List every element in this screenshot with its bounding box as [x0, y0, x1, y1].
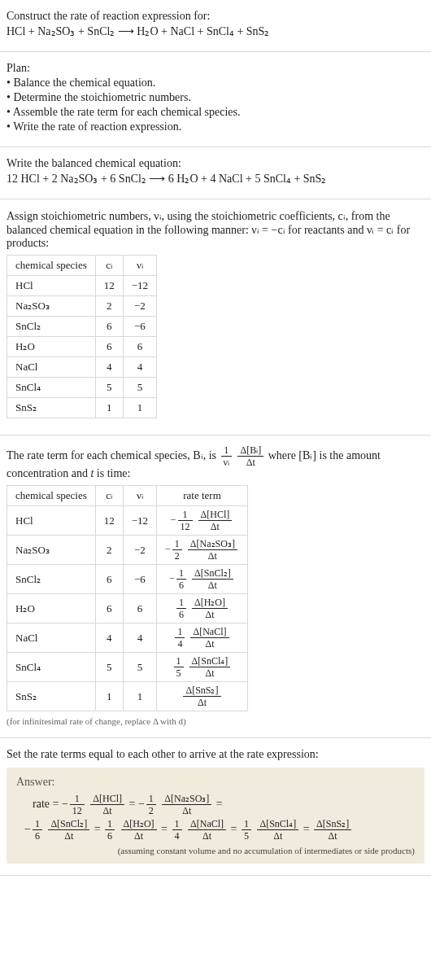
stoich-table: chemical species cᵢ νᵢ HCl12−12 Na₂SO₃2−… — [7, 255, 157, 418]
rate-term-intro: The rate term for each chemical species,… — [7, 445, 424, 480]
rate-expression-line-2: −16 Δ[SnCl₂]Δt = 16 Δ[H₂O]Δt = 14 Δ[NaCl… — [16, 819, 415, 841]
rate-term-table: chemical species cᵢ νᵢ rate term HCl12−1… — [7, 485, 248, 711]
rate-expression-line-1: rate = −112 Δ[HCl]Δt = −12 Δ[Na₂SO₃]Δt = — [16, 794, 415, 816]
table-row: Na₂SO₃2−2 −12 Δ[Na₂SO₃]Δt — [7, 536, 248, 565]
plan-section: Plan: • Balance the chemical equation. •… — [0, 52, 431, 147]
table-row: H₂O66 16 Δ[H₂O]Δt — [7, 594, 248, 623]
table-row: SnCl₂6−6 −16 Δ[SnCl₂]Δt — [7, 565, 248, 594]
table-row: SnCl₂6−6 — [7, 317, 157, 337]
table-row: Na₂SO₃2−2 — [7, 296, 157, 317]
col-nui: νᵢ — [123, 486, 156, 506]
table-header-row: chemical species cᵢ νᵢ rate term — [7, 486, 248, 506]
table-row: NaCl44 — [7, 357, 157, 378]
prompt-line-1: Construct the rate of reaction expressio… — [7, 10, 424, 23]
balanced-equation: 12 HCl + 2 Na₂SO₃ + 6 SnCl₂ ⟶ 6 H₂O + 4 … — [7, 172, 424, 186]
final-section: Set the rate terms equal to each other t… — [0, 738, 431, 876]
table-header-row: chemical species cᵢ νᵢ — [7, 256, 157, 276]
stoich-intro: Assign stoichiometric numbers, νᵢ, using… — [7, 209, 424, 250]
table-row: HCl12−12 −112 Δ[HCl]Δt — [7, 506, 248, 536]
table-row: H₂O66 — [7, 337, 157, 357]
table-row: SnS₂11 — [7, 398, 157, 418]
balanced-title: Write the balanced chemical equation: — [7, 157, 424, 170]
balanced-section: Write the balanced chemical equation: 12… — [0, 147, 431, 199]
table-row: SnCl₄55 15 Δ[SnCl₄]Δt — [7, 653, 248, 682]
answer-box: Answer: rate = −112 Δ[HCl]Δt = −12 Δ[Na₂… — [7, 768, 424, 864]
plan-bullet-3: • Assemble the rate term for each chemic… — [7, 106, 424, 119]
unbalanced-equation: HCl + Na₂SO₃ + SnCl₂ ⟶ H₂O + NaCl + SnCl… — [7, 24, 424, 38]
delta-footnote: (for infinitesimal rate of change, repla… — [7, 716, 424, 726]
col-ci: cᵢ — [95, 486, 123, 506]
plan-bullet-4: • Write the rate of reaction expression. — [7, 120, 424, 133]
col-nui: νᵢ — [123, 256, 156, 276]
table-row: SnCl₄55 — [7, 378, 157, 398]
frac-dbi-dt: Δ[Bᵢ]Δt — [237, 445, 263, 467]
prompt-section: Construct the rate of reaction expressio… — [0, 0, 431, 52]
col-ci: cᵢ — [95, 256, 123, 276]
answer-label: Answer: — [16, 776, 415, 789]
plan-bullet-1: • Balance the chemical equation. — [7, 77, 424, 90]
col-species: chemical species — [7, 486, 96, 506]
assumption-note: (assuming constant volume and no accumul… — [16, 846, 415, 855]
table-row: NaCl44 14 Δ[NaCl]Δt — [7, 623, 248, 653]
plan-title: Plan: — [7, 62, 424, 75]
table-row: SnS₂11 Δ[SnS₂]Δt — [7, 682, 248, 711]
col-rate-term: rate term — [157, 486, 248, 506]
col-species: chemical species — [7, 256, 96, 276]
plan-bullet-2: • Determine the stoichiometric numbers. — [7, 91, 424, 104]
frac-1-over-nu: 1νᵢ — [221, 445, 232, 467]
table-row: HCl12−12 — [7, 276, 157, 296]
final-title: Set the rate terms equal to each other t… — [7, 748, 424, 761]
rate-term-section: The rate term for each chemical species,… — [0, 435, 431, 738]
stoich-section: Assign stoichiometric numbers, νᵢ, using… — [0, 199, 431, 435]
